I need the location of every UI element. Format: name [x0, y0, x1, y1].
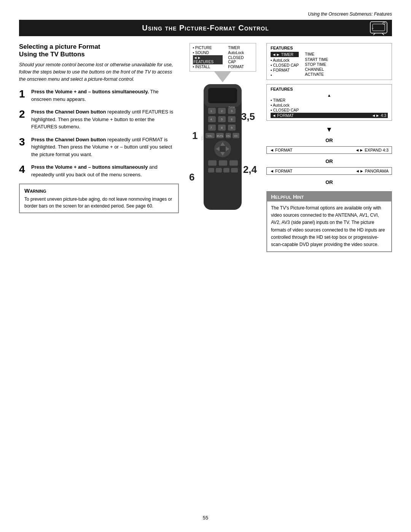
warning-title: Warning	[24, 187, 174, 194]
svg-text:Format: Format	[229, 106, 235, 108]
format-option-2-right: ◄► PANORAMA	[355, 169, 389, 173]
svg-rect-30	[229, 160, 238, 166]
activate-label: ACTIVATE	[305, 72, 328, 77]
step-3-text: Press the Channel Down button repeatedly…	[31, 136, 179, 158]
svg-rect-31	[208, 168, 214, 173]
remote-step-24-callout: 2,4	[243, 164, 257, 176]
timer-item-2: • TIMER	[271, 98, 388, 102]
menu-autolock: AutoLock	[228, 50, 252, 55]
svg-rect-15	[208, 125, 216, 131]
svg-text:9: 9	[231, 126, 233, 129]
menu-main-rows: • PICTURE • SOUND ◄► FEATURES • INSTALL …	[193, 45, 253, 69]
hint-text: The TV's Picture-format options are avai…	[267, 201, 391, 251]
stop-time-label: STOP TIME	[305, 62, 328, 67]
menu-left-col: • PICTURE • SOUND ◄► FEATURES • INSTALL	[193, 45, 223, 69]
down-arrow-2: ▼	[266, 126, 392, 134]
helpful-hint-box: Helpful Hint The TV's Picture-format opt…	[266, 191, 392, 252]
step-4-number: 4	[19, 164, 27, 175]
menus-right: FEATURES ◄► TIMER • AutoLock • CLOSED CA…	[266, 43, 392, 252]
step-3: 3 Press the Channel Down button repeated…	[19, 136, 179, 158]
features-menu-1-title: FEATURES	[271, 46, 388, 50]
format-item-highlighted: ◄ FORMAT ◄► 4:3	[271, 113, 388, 118]
svg-rect-8	[208, 88, 237, 103]
svg-text:7: 7	[210, 126, 212, 129]
svg-rect-9	[208, 108, 216, 114]
step-1-text: Press the Volume + and – buttons simulta…	[31, 88, 179, 103]
page-number: 55	[0, 515, 411, 521]
features-menu-2-title: FEATURES	[271, 87, 388, 91]
remote-svg: 1 2 3 4 5 6 7 8 9 VOL- MUTE CH+ CH- Form…	[192, 80, 253, 214]
svg-rect-34	[231, 168, 238, 173]
features-menu-1: FEATURES ◄► TIMER • AutoLock • CLOSED CA…	[266, 43, 392, 80]
channel-label: CHANNEL	[305, 67, 328, 72]
format-option-1-left: ◄ FORMAT	[270, 148, 293, 152]
svg-rect-32	[216, 168, 222, 173]
format-item-left: ◄ FORMAT	[272, 113, 294, 118]
remote-step-6-callout: 6	[189, 171, 194, 183]
step-4-text: Press the Volume + and – buttons simulta…	[31, 163, 179, 178]
menu-features-highlighted: ◄► FEATURES	[193, 55, 223, 64]
up-arrow-indicator: ▲	[271, 93, 388, 97]
left-column: Selecting a picture Format Using the TV …	[19, 43, 179, 252]
autolock-item: • AutoLock	[271, 58, 299, 62]
or-label-3: OR	[266, 179, 392, 185]
svg-text:VOL-: VOL-	[207, 135, 213, 137]
onscreen-menu-main: • PICTURE • SOUND ◄► FEATURES • INSTALL …	[190, 43, 256, 72]
format-item-1: • FORMAT	[271, 68, 299, 72]
step-2: 2 Press the Channel Down button repeated…	[19, 108, 179, 131]
remote-control: 1 2 3 4 5 6 7 8 9 VOL- MUTE CH+ CH- Form…	[192, 80, 253, 214]
page-title: Using the Picture-Format Control	[142, 24, 269, 32]
features-menu-2-items: ▲ • TIMER • AutoLock • CLOSED CAP ◄ FORM…	[271, 93, 388, 118]
svg-text:MUTE: MUTE	[217, 135, 223, 137]
format-item-right: ◄► 4:3	[372, 113, 386, 118]
menu-timer: TIMER	[228, 45, 252, 50]
or-label-1: OR	[266, 137, 392, 143]
svg-point-23	[219, 145, 226, 153]
blank-item: •	[271, 73, 299, 77]
remote-icon: ~	[369, 21, 388, 36]
features-menu-1-right: TIME START TIME STOP TIME CHANNEL ACTIVA…	[305, 52, 328, 77]
main-layout: Selecting a picture Format Using the TV …	[19, 43, 392, 252]
svg-text:5: 5	[221, 118, 223, 121]
closedcap-item-2: • CLOSED CAP	[271, 108, 388, 112]
menu-closedcap: CLOSED CAP	[228, 55, 252, 64]
features-menu-1-left: ◄► TIMER • AutoLock • CLOSED CAP • FORMA…	[271, 52, 299, 77]
svg-text:8: 8	[221, 126, 223, 129]
svg-rect-33	[223, 168, 229, 173]
page: Using the Onscreen Submenus: Features Us…	[0, 0, 411, 532]
menu-format: FORMAT	[228, 64, 252, 69]
menu-picture: • PICTURE	[193, 45, 223, 50]
warning-text: To prevent uneven picture-tube aging, do…	[24, 196, 174, 209]
svg-text:1: 1	[210, 110, 212, 112]
step-2-number: 2	[19, 109, 27, 120]
step-1-number: 1	[19, 89, 27, 99]
remote-step-1-callout: 1	[192, 130, 198, 142]
center-column: • PICTURE • SOUND ◄► FEATURES • INSTALL …	[186, 43, 259, 252]
steps-list: 1 Press the Volume + and – buttons simul…	[19, 88, 179, 178]
svg-text:4: 4	[210, 118, 212, 121]
time-label: TIME	[305, 52, 328, 56]
top-section-label: Using the Onscreen Submenus: Features	[19, 11, 392, 17]
format-option-panorama: ◄ FORMAT ◄► PANORAMA	[266, 167, 392, 175]
svg-rect-29	[219, 160, 227, 166]
step-3-number: 3	[19, 137, 27, 147]
svg-text:CH+: CH+	[226, 135, 230, 137]
format-option-1-right: ◄► EXPAND 4:3	[355, 148, 389, 152]
step-1: 1 Press the Volume + and – buttons simul…	[19, 88, 179, 103]
intro-text: Should your remote control become lost o…	[19, 61, 179, 83]
menu-sound: • SOUND	[193, 50, 223, 55]
svg-text:6: 6	[231, 118, 233, 121]
svg-rect-12	[208, 116, 216, 122]
step-4: 4 Press the Volume + and – buttons simul…	[19, 163, 179, 178]
svg-text:CH-: CH-	[234, 135, 238, 137]
warning-box: Warning To prevent uneven picture-tube a…	[19, 184, 179, 213]
section-heading: Selecting a picture Format Using the TV …	[19, 43, 179, 58]
autolock-item-2: • AutoLock	[271, 103, 388, 107]
timer-item-highlighted: ◄► TIMER	[271, 52, 299, 57]
step-2-text: Press the Channel Down button repeatedly…	[31, 108, 179, 131]
svg-text:3: 3	[231, 110, 233, 112]
right-column: FEATURES ◄► TIMER • AutoLock • CLOSED CA…	[266, 43, 392, 252]
format-option-2-left: ◄ FORMAT	[270, 169, 293, 173]
svg-text:VOL+: VOL+	[201, 134, 203, 141]
remote-step-35-callout: 3,5	[241, 111, 255, 123]
